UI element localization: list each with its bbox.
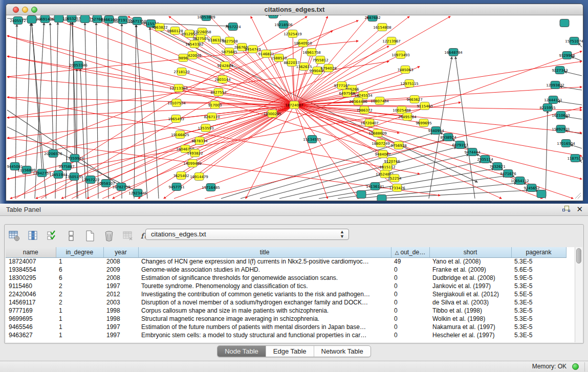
tab-network-table[interactable]: Network Table	[314, 346, 371, 357]
row-height-icon[interactable]	[64, 229, 78, 243]
graph-node[interactable]: 9827508	[222, 37, 237, 45]
graph-node[interactable]: 10688609	[368, 129, 387, 137]
graph-node[interactable]: 16154808	[373, 24, 391, 31]
delete-table-icon[interactable]	[102, 229, 116, 243]
column-header-out_de[interactable]: △out_de…	[391, 247, 429, 257]
graph-node[interactable]: 16914479	[190, 173, 208, 181]
column-header-short[interactable]: short	[429, 247, 511, 257]
graph-node[interactable]: 9699695	[416, 119, 431, 127]
table-row[interactable]: 946362711997Embryonic stem cells: a mode…	[6, 331, 566, 339]
graph-node[interactable]: 2887682	[364, 15, 380, 21]
graph-node[interactable]: 17016504	[557, 140, 575, 147]
graph-node[interactable]: 20206576	[44, 150, 62, 158]
graph-node[interactable]: 9896	[179, 54, 188, 62]
graph-node[interactable]: 14136141	[366, 183, 384, 190]
graph-edge[interactable]	[294, 87, 582, 105]
graph-node[interactable]	[377, 195, 386, 201]
graph-edge[interactable]	[319, 169, 494, 199]
graph-node[interactable]: 10107534	[167, 99, 186, 107]
graph-edge[interactable]	[32, 24, 42, 170]
table-settings-icon[interactable]	[8, 229, 21, 243]
graph-node[interactable]: 10807484	[371, 97, 389, 105]
window-titlebar[interactable]: citations_edges.txt	[6, 4, 583, 15]
graph-node[interactable]: 16210643	[552, 112, 570, 119]
table-row[interactable]: 1830029562008Estimation of significance …	[6, 274, 566, 282]
graph-node[interactable]: 9329966	[559, 52, 575, 59]
table-row[interactable]: 2242004622012Investigating the contribut…	[6, 290, 566, 298]
graph-edge[interactable]	[66, 23, 71, 199]
graph-node[interactable]	[27, 16, 36, 24]
graph-node[interactable]: 8938924	[440, 134, 456, 141]
network-canvas[interactable]: 2405572206914061065325715276028466160107…	[6, 15, 583, 201]
graph-node[interactable]: 9975887	[58, 163, 74, 170]
table-row[interactable]: 1938455462009Genome-wide association stu…	[6, 266, 566, 274]
graph-node[interactable]: 917003	[208, 101, 222, 109]
column-header-pagerank[interactable]: pagerank	[511, 247, 566, 257]
graph-node[interactable]: 16648784	[444, 49, 463, 56]
graph-edge[interactable]	[87, 16, 294, 105]
graph-node[interactable]	[357, 191, 366, 199]
graph-edge[interactable]	[150, 28, 159, 199]
graph-node[interactable]: 15716485	[202, 184, 220, 191]
graph-node[interactable]: 16961758	[302, 49, 321, 56]
resize-grip-icon[interactable]	[575, 193, 581, 199]
graph-node[interactable]: 12213967	[382, 37, 401, 45]
graph-node[interactable]: 7485063	[397, 66, 413, 74]
graph-node[interactable]: 10653257	[62, 15, 81, 23]
graph-node[interactable]: 12444151	[544, 96, 562, 104]
graph-node[interactable]: 15134575	[303, 136, 321, 143]
table-row[interactable]: 1872400712008Changes of HCN gene express…	[6, 257, 566, 266]
table-row[interactable]: 946554611997Estimation of the future num…	[6, 323, 566, 331]
graph-node[interactable]: 9463627	[406, 96, 422, 103]
select-rows-icon[interactable]	[46, 229, 59, 243]
close-panel-icon[interactable]: ✕	[576, 205, 583, 213]
graph-node[interactable]: 9860128	[167, 27, 183, 35]
import-table-disabled-icon[interactable]	[121, 229, 135, 243]
new-document-icon[interactable]	[83, 229, 97, 243]
column-header-title[interactable]: title	[138, 247, 391, 257]
graph-node[interactable]: 1965493	[168, 115, 184, 123]
table-selector-dropdown[interactable]: citations_edges.txt ▲▼	[145, 229, 349, 240]
graph-edge[interactable]	[15, 25, 17, 199]
graph-node[interactable]	[80, 15, 90, 23]
graph-node[interactable]: 12093872	[546, 81, 564, 89]
column-header-in_degree[interactable]: in_degree	[56, 247, 103, 257]
graph-node[interactable]: 252254	[388, 174, 402, 182]
graph-node[interactable]: 12975115	[400, 80, 419, 87]
graph-edge[interactable]	[294, 16, 368, 105]
graph-node[interactable]: 9115460	[417, 102, 432, 110]
table-row[interactable]: 911546021997Tourette syndrome. Phenomeno…	[6, 282, 566, 290]
scrollbar-thumb[interactable]	[576, 248, 581, 264]
graph-node[interactable]: 9440954	[428, 127, 444, 135]
graph-node[interactable]: 9756928	[390, 142, 406, 149]
column-header-name[interactable]: name	[6, 247, 56, 257]
graph-node[interactable]: 7955812	[312, 56, 328, 64]
table-row[interactable]: 1456911722003Disruption of a novel membe…	[6, 298, 566, 307]
tab-node-table[interactable]: Node Table	[217, 346, 266, 357]
graph-edge[interactable]	[7, 77, 294, 105]
graph-node[interactable]: 13505135	[65, 173, 83, 181]
graph-edge[interactable]	[50, 23, 53, 150]
graph-edge[interactable]	[279, 155, 469, 199]
graph-node[interactable]: 2405572	[10, 17, 26, 25]
graph-edge[interactable]	[182, 72, 294, 105]
table-row[interactable]: 977716911998Corpus callosum shape and si…	[6, 307, 566, 315]
graph-node[interactable]: 2718120	[173, 68, 189, 76]
graph-node[interactable]: 20691406	[36, 15, 54, 23]
graph-node[interactable]: 9457751	[168, 183, 184, 191]
graph-node[interactable]: 7625402	[173, 172, 189, 180]
table-row[interactable]: 969969511998Structural magnetic resonanc…	[6, 315, 566, 323]
graph-node[interactable]: 8813054	[265, 15, 281, 18]
graph-node[interactable]: 7857224	[225, 23, 241, 31]
graph-node[interactable]: 1353593	[198, 124, 213, 132]
tab-edge-table[interactable]: Edge Table	[266, 346, 314, 357]
graph-node[interactable]	[537, 190, 546, 198]
graph-node[interactable]: 9227343	[552, 67, 568, 74]
graph-edge[interactable]	[546, 111, 548, 199]
graph-node[interactable]	[560, 19, 569, 27]
graph-node[interactable]: 17359924	[66, 155, 84, 162]
graph-node[interactable]: 12923446	[128, 189, 147, 197]
select-columns-icon[interactable]	[27, 229, 40, 243]
graph-node[interactable]: 10973493	[391, 51, 410, 59]
float-panel-icon[interactable]	[562, 205, 570, 213]
